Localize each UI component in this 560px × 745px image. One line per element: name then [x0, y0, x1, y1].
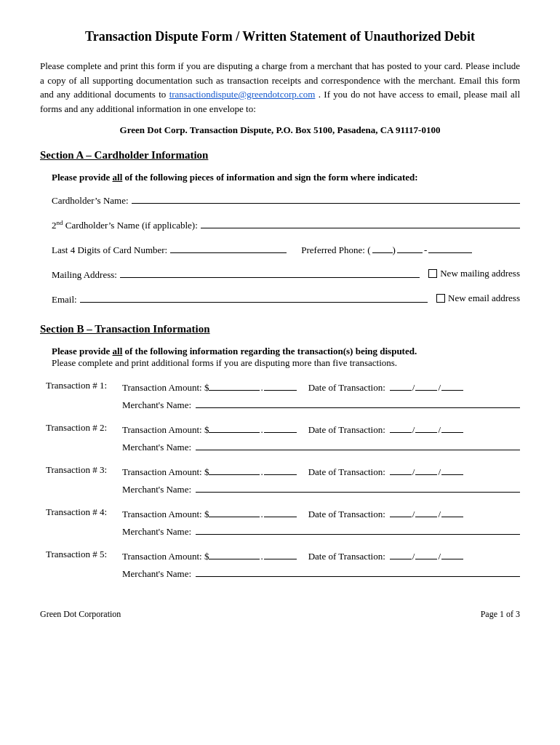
date-day-3[interactable]: [415, 463, 437, 475]
email-link[interactable]: transactiondispute@greendotcorp.com: [169, 89, 316, 100]
date-month-2[interactable]: [390, 421, 412, 433]
transaction-4-block: Transaction # 4: Transaction Amount: $ .…: [46, 506, 520, 538]
mailing-field[interactable]: [120, 266, 420, 278]
ta-dot-5: .: [260, 551, 263, 562]
transaction-1-label: Transaction # 1:: [46, 379, 122, 411]
section-b-bold: Please provide all of the following info…: [52, 346, 520, 357]
phone-prefix-field[interactable]: [397, 242, 423, 253]
date-field-group-4: / /: [390, 506, 463, 520]
date-label-3: Date of Transaction:: [308, 466, 385, 478]
date-slash1-1: /: [412, 382, 415, 394]
mailing-checkbox-group: New mailing address: [428, 268, 520, 279]
ta-cents-field-5[interactable]: [264, 548, 297, 559]
superscript-nd: nd: [57, 219, 63, 226]
merchant-field-4[interactable]: [196, 523, 520, 535]
date-year-1[interactable]: [441, 379, 463, 391]
section-b-subtext: Please complete and print additional for…: [52, 357, 520, 369]
transaction-5-label: Transaction # 5:: [46, 548, 122, 580]
ta-cents-field-2[interactable]: [264, 421, 297, 433]
ta-cents-field-3[interactable]: [264, 463, 297, 475]
footer-page: Page 1 of 3: [481, 609, 520, 620]
ta-amount-field-4[interactable]: [209, 506, 260, 517]
date-slash1-2: /: [412, 424, 415, 436]
merchant-label-3: Merchant's Name:: [122, 484, 191, 495]
date-month-4[interactable]: [390, 506, 412, 517]
cardholder-name-label: Cardholder’s Name:: [52, 195, 129, 207]
transaction-3-row1: Transaction Amount: $ . Date of Transact…: [122, 463, 520, 478]
transaction-5-block: Transaction # 5: Transaction Amount: $ .…: [46, 548, 520, 580]
cardholder2-name-label: 2nd Cardholder’s Name (if applicable):: [52, 219, 198, 231]
last4-field[interactable]: [170, 242, 287, 253]
transaction-1-row1: Transaction Amount: $ . Date of Transact…: [122, 379, 520, 394]
footer: Green Dot Corporation Page 1 of 3: [40, 609, 520, 620]
merchant-field-5[interactable]: [196, 565, 520, 577]
transaction-3-row2: Merchant's Name:: [122, 481, 520, 495]
merchant-field-3[interactable]: [196, 481, 520, 493]
ta-amount-field-1[interactable]: [209, 379, 260, 391]
section-b: Section B – Transaction Information Plea…: [40, 323, 520, 580]
merchant-label-2: Merchant's Name:: [122, 442, 191, 453]
merchant-label-4: Merchant's Name:: [122, 526, 191, 538]
date-day-4[interactable]: [415, 506, 437, 517]
date-year-3[interactable]: [441, 463, 463, 475]
transaction-5-row2: Merchant's Name:: [122, 565, 520, 580]
mailing-left: Mailing Address:: [52, 266, 420, 281]
last4-phone-row: Last 4 Digits of Card Number: Preferred …: [52, 242, 520, 256]
phone-area-field[interactable]: [372, 242, 393, 253]
date-year-4[interactable]: [441, 506, 463, 517]
mailing-label: Mailing Address:: [52, 269, 117, 281]
transaction-4-row1: Transaction Amount: $ . Date of Transact…: [122, 506, 520, 520]
email-checkbox-group: New email address: [436, 292, 520, 304]
ta-cents-field-1[interactable]: [264, 379, 297, 391]
last4-label: Last 4 Digits of Card Number:: [52, 244, 167, 256]
intro-paragraph: Please complete and print this form if y…: [40, 59, 520, 116]
transaction-1-fields: Transaction Amount: $ . Date of Transact…: [122, 379, 520, 411]
date-slash1-4: /: [412, 509, 415, 520]
date-year-5[interactable]: [441, 548, 463, 559]
cardholder2-name-field[interactable]: [201, 217, 520, 228]
ta-amount-field-2[interactable]: [209, 421, 260, 433]
new-mailing-label: New mailing address: [440, 268, 520, 279]
date-label-5: Date of Transaction:: [308, 551, 385, 562]
section-a: Section A – Cardholder Information Pleas…: [40, 149, 520, 306]
phone-number-field[interactable]: [428, 242, 472, 253]
cardholder-name-row: Cardholder’s Name:: [52, 192, 520, 207]
date-label-2: Date of Transaction:: [308, 424, 385, 436]
date-day-2[interactable]: [415, 421, 437, 433]
date-day-1[interactable]: [415, 379, 437, 391]
date-slash2-1: /: [438, 382, 441, 394]
ta-amount-field-3[interactable]: [209, 463, 260, 475]
email-field[interactable]: [80, 291, 428, 303]
new-email-checkbox[interactable]: [436, 294, 445, 303]
cardholder2-name-row: 2nd Cardholder’s Name (if applicable):: [52, 217, 520, 231]
date-year-2[interactable]: [441, 421, 463, 433]
merchant-label-1: Merchant's Name:: [122, 399, 191, 411]
ta-amount-field-5[interactable]: [209, 548, 260, 559]
ta-dot-1: .: [260, 382, 263, 394]
ta-dot-3: .: [260, 466, 263, 478]
transaction-4-row2: Merchant's Name:: [122, 523, 520, 538]
transaction-1-row2: Merchant's Name:: [122, 397, 520, 411]
date-day-5[interactable]: [415, 548, 437, 559]
ta-amount-label-1: Transaction Amount: $: [122, 382, 209, 394]
instruction-underline-all: all: [113, 172, 123, 183]
section-a-instruction: Please provide all of the following piec…: [52, 172, 520, 183]
date-month-5[interactable]: [390, 548, 412, 559]
cardholder-name-field[interactable]: [132, 192, 520, 204]
transaction-4-label: Transaction # 4:: [46, 506, 122, 538]
ta-amount-label-5: Transaction Amount: $: [122, 551, 209, 562]
ta-dot-2: .: [260, 424, 263, 436]
new-email-label: New email address: [448, 292, 520, 304]
new-mailing-checkbox[interactable]: [428, 269, 437, 278]
date-slash2-2: /: [438, 424, 441, 436]
section-b-instruction: Please provide all of the following info…: [52, 346, 520, 369]
merchant-field-1[interactable]: [196, 397, 520, 408]
ta-amount-label-4: Transaction Amount: $: [122, 509, 209, 520]
merchant-field-2[interactable]: [196, 439, 520, 450]
date-month-1[interactable]: [390, 379, 412, 391]
date-month-3[interactable]: [390, 463, 412, 475]
email-left: Email:: [52, 291, 428, 306]
date-field-group-1: / /: [390, 379, 463, 394]
ta-cents-field-4[interactable]: [264, 506, 297, 517]
date-field-group-2: / /: [390, 421, 463, 436]
